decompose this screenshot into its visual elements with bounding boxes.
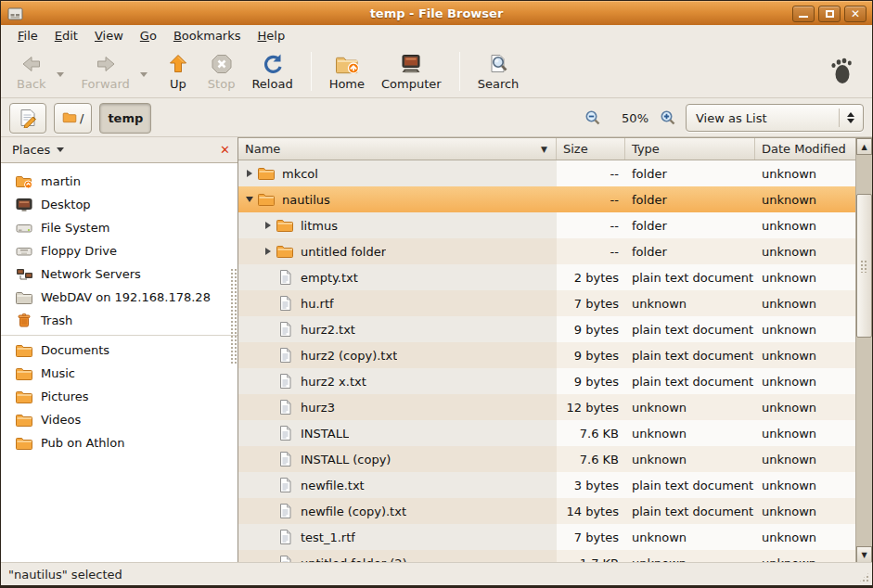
menu-edit[interactable]: Edit (47, 27, 85, 45)
scrollbar-thumb[interactable] (856, 194, 872, 338)
close-sidebar-button[interactable]: ✕ (220, 144, 230, 156)
menu-view[interactable]: View (87, 27, 131, 45)
table-row[interactable]: hu.rtf7 bytesunknownunknown (238, 290, 855, 316)
table-row[interactable]: hurz2 x.txt9 bytesplain text documentunk… (238, 368, 855, 394)
sidebar-separator (1, 335, 238, 336)
table-row[interactable]: test_1.rtf7 bytesunknownunknown (238, 524, 855, 550)
cell-name: litmus (238, 212, 557, 238)
scroll-up-button[interactable]: ▲ (856, 138, 872, 155)
expander-collapsed-icon[interactable] (261, 222, 275, 229)
cell-type: unknown (625, 420, 755, 446)
menu-go[interactable]: Go (133, 27, 164, 45)
sidebar-item-desktop[interactable]: Desktop (1, 193, 238, 216)
cell-name: newfile (copy).txt (238, 498, 557, 524)
minimize-icon (799, 16, 808, 18)
table-row[interactable]: mkcol--folderunknown (238, 160, 855, 186)
table-row[interactable]: newfile.txt3 bytesplain text documentunk… (238, 472, 855, 498)
cell-date: unknown (755, 394, 855, 420)
window-resize-grip[interactable] (858, 571, 870, 583)
text-file-icon (275, 425, 295, 441)
expander-collapsed-icon[interactable] (261, 248, 275, 255)
maximize-button[interactable] (818, 6, 841, 22)
menu-bookmarks[interactable]: Bookmarks (166, 27, 249, 45)
vertical-scrollbar[interactable]: ▲ ▼ (855, 138, 872, 563)
cell-size: 14 bytes (557, 498, 625, 524)
table-row[interactable]: INSTALL7.6 KBunknownunknown (238, 420, 855, 446)
cell-date: unknown (755, 498, 855, 524)
sidebar-item-martin[interactable]: martin (1, 170, 238, 193)
table-row[interactable]: newfile (copy).txt14 bytesplain text doc… (238, 498, 855, 524)
sidebar-item-file-system[interactable]: File System (1, 216, 238, 239)
sidebar-item-floppy-drive[interactable]: Floppy Drive (1, 239, 238, 262)
column-header-modified[interactable]: Date Modified (755, 138, 855, 160)
sidebar-item-music[interactable]: Music (1, 362, 238, 385)
close-button[interactable]: ✕ (844, 6, 867, 22)
home-button[interactable]: Home (321, 49, 373, 94)
sidebar-item-documents[interactable]: Documents (1, 339, 238, 362)
table-row[interactable]: empty.txt2 bytesplain text documentunkno… (238, 264, 855, 290)
titlebar[interactable]: temp - File Browser ✕ (1, 1, 872, 25)
zoom-out-button[interactable] (584, 109, 601, 126)
cell-size: 7.6 KB (557, 446, 625, 472)
forward-history-dropdown[interactable] (140, 72, 148, 77)
table-row[interactable]: hurz2 (copy).txt9 bytesplain text docume… (238, 342, 855, 368)
file-name: empty.txt (301, 271, 358, 285)
column-header-size[interactable]: Size (557, 138, 625, 160)
sidebar-item-trash[interactable]: Trash (1, 309, 238, 332)
sidebar-item-label: Floppy Drive (41, 244, 117, 258)
table-row[interactable]: litmus--folderunknown (238, 212, 855, 238)
toolbar-group-reload: Reload (243, 49, 301, 94)
toolbar-group-stop: Stop (199, 49, 244, 94)
stop-button[interactable]: Stop (199, 49, 244, 94)
table-row[interactable]: untitled folder--folderunknown (238, 238, 855, 264)
scroll-down-button[interactable]: ▼ (856, 546, 872, 563)
back-history-dropdown[interactable] (57, 72, 64, 77)
menu-file[interactable]: File (10, 27, 45, 45)
cell-type: folder (625, 212, 755, 238)
close-icon: ✕ (845, 6, 866, 21)
table-row[interactable]: nautilus--folderunknown (238, 186, 855, 212)
column-label: Type (632, 142, 660, 156)
location-bar: / temp 50% View as List (1, 99, 872, 137)
minimize-button[interactable] (792, 6, 815, 22)
sidebar-places-selector[interactable]: Places ✕ (1, 137, 238, 163)
table-row[interactable]: hurz2.txt9 bytesplain text documentunkno… (238, 316, 855, 342)
column-header-type[interactable]: Type (625, 138, 755, 160)
path-button-root[interactable]: / (54, 103, 92, 134)
file-name: hurz2.txt (301, 323, 355, 337)
search-button[interactable]: Search (469, 49, 528, 94)
sidebar-item-network-servers[interactable]: Network Servers (1, 262, 238, 286)
back-icon (19, 52, 44, 76)
folder-icon (256, 192, 276, 207)
reload-button[interactable]: Reload (243, 49, 301, 94)
pane-resize-grip[interactable] (230, 268, 238, 364)
column-header-name[interactable]: Name▼ (238, 138, 557, 160)
view-mode-select[interactable]: View as List (686, 104, 864, 132)
forward-button[interactable]: Forward (73, 49, 138, 94)
sidebar-item-webdav-on-192-168-178-28[interactable]: WebDAV on 192.168.178.28 (1, 286, 238, 309)
menu-help[interactable]: Help (250, 27, 293, 45)
zoom-in-button[interactable] (660, 109, 676, 126)
sidebar: Places ✕ martinDesktopFile SystemFloppy … (1, 137, 238, 563)
text-file-icon (275, 451, 295, 467)
computer-button[interactable]: Computer (373, 49, 450, 94)
computer-icon (398, 52, 424, 76)
up-icon (166, 52, 190, 76)
back-button[interactable]: Back (8, 49, 55, 94)
file-name: newfile.txt (301, 479, 365, 492)
table-row[interactable]: untitled folder (2)1.7 KBunknownunknown (238, 550, 855, 563)
expander-collapsed-icon[interactable] (242, 170, 256, 177)
edit-location-button[interactable] (9, 103, 46, 134)
sidebar-item-pub-on-athlon[interactable]: Pub on Athlon (1, 431, 238, 454)
sidebar-item-videos[interactable]: Videos (1, 408, 238, 431)
table-row[interactable]: INSTALL (copy)7.6 KBunknownunknown (238, 446, 855, 472)
sidebar-item-label: WebDAV on 192.168.178.28 (41, 290, 211, 304)
cell-date: unknown (755, 212, 855, 238)
sidebar-item-pictures[interactable]: Pictures (1, 385, 238, 408)
table-row[interactable]: hurz312 bytesunknownunknown (238, 394, 855, 420)
toolbar-label: Home (329, 77, 365, 91)
path-button-temp[interactable]: temp (99, 103, 151, 134)
up-button[interactable]: Up (157, 49, 199, 94)
expander-expanded-icon[interactable] (242, 197, 256, 202)
toolbar-label: Stop (208, 77, 236, 91)
